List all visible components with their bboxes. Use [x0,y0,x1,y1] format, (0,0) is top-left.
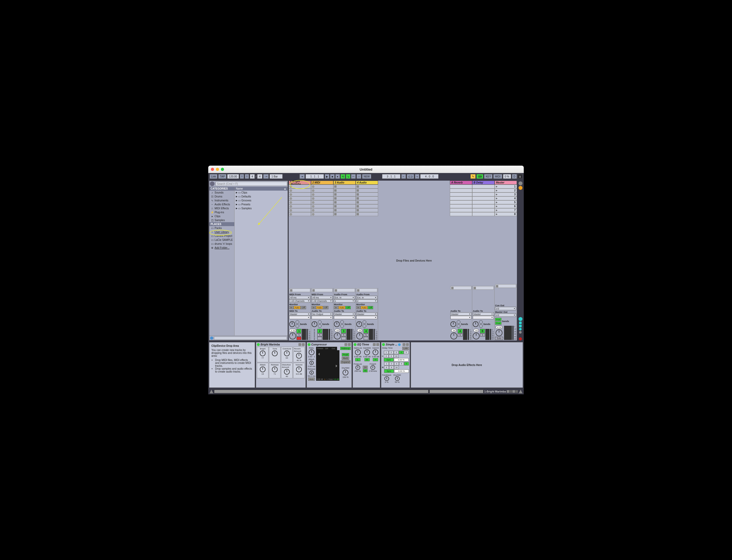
io-to-channel-select[interactable] [356,316,377,319]
send-a-knob[interactable] [318,320,322,324]
nudge-up-button[interactable]: ⦀ [245,174,249,179]
scene-launch-button[interactable]: ▶1 [495,185,517,189]
attack-knob[interactable] [309,361,314,365]
stop-button[interactable]: ■ [330,174,335,179]
metronome-button[interactable]: ○• [263,174,269,179]
io-from-select[interactable]: Ext. In [356,296,377,299]
status-icon-3[interactable] [512,390,515,393]
timesig-num[interactable]: 4 [250,174,255,179]
follow-button[interactable]: ↠ [299,174,305,179]
status-icon-2[interactable] [510,390,512,393]
play-button[interactable]: ▶ [325,174,329,179]
io-channel-select[interactable]: 1 [334,299,355,303]
returns-section-button[interactable] [519,325,522,327]
midi-map-button[interactable]: MIDI [493,174,502,179]
punch-out-button[interactable]: ¬ [415,174,420,179]
quantize-menu[interactable]: 1 Bar [270,174,283,179]
clip-slot[interactable] [289,204,311,208]
master-header[interactable]: Master [495,181,517,185]
monitor-off-button[interactable]: Off [368,306,373,309]
category-item[interactable]: ☷Drums [209,195,234,198]
delay-beat-button[interactable]: 6 [384,366,389,369]
delay-beat-button[interactable]: 8 [389,366,394,369]
clip-stop-row[interactable] [289,288,310,292]
io-channel-select[interactable]: ! All Channels [312,299,333,303]
mid-kill-button[interactable]: M [364,358,370,361]
arrange-position[interactable]: 1 . 1 . 1 [306,174,324,179]
folder-row[interactable]: ▶▭Presets [235,202,288,206]
monitor-in-button[interactable]: In [356,306,360,309]
folder-row[interactable]: ▶▭Samples [235,206,288,210]
delay-beat-button[interactable]: 5 [404,362,409,365]
io-to-channel-select[interactable] [450,316,471,319]
overload-indicator[interactable]: D [512,174,517,179]
clip-slot[interactable] [333,192,356,196]
place-item[interactable]: ▭LaCie SAMPLE [209,238,234,242]
category-item[interactable]: ∿Instruments [209,198,234,202]
gain-mid-knob[interactable] [364,349,370,355]
place-item[interactable]: ▭drums 'n' loops [209,242,234,246]
pan-knob[interactable] [289,321,295,327]
delay-beat-button[interactable]: 3 [394,351,399,354]
clip-slot[interactable] [356,204,378,208]
clip-slot[interactable] [333,200,356,204]
category-item[interactable]: ⎍MIDI Effects [209,206,234,210]
track-activator-button[interactable]: 2 [317,329,322,333]
crossfade-section-button[interactable] [519,331,522,334]
send-a-knob[interactable] [363,320,366,324]
macro-knob[interactable] [284,350,290,356]
clip-slot[interactable] [333,204,356,208]
track-activator-button[interactable]: B [480,329,485,333]
macro-knob[interactable] [260,366,266,372]
monitor-in-button[interactable]: In [312,306,316,309]
place-item[interactable]: ▭Current Project [209,234,234,238]
save-preset-icon[interactable] [406,343,409,346]
drywet-knob[interactable] [395,376,400,381]
monitor-off-button[interactable]: Off [301,306,306,309]
delay-beat-button[interactable]: 16 [394,366,399,369]
status-icon-1[interactable] [507,390,509,393]
freq-low-knob[interactable] [355,365,360,370]
volume-fader[interactable] [302,329,306,340]
scene-launch-button[interactable]: ▶5 [495,200,517,204]
send-b-knob[interactable] [363,324,366,328]
clip-slot[interactable] [289,192,311,196]
volume-knob[interactable] [450,333,457,339]
delay-beat-button[interactable]: 2 [389,351,394,354]
monitor-auto-button[interactable]: Auto [294,306,301,309]
solo-button[interactable]: Solo [495,337,503,340]
gain-low-knob[interactable] [355,349,361,355]
volume-fader[interactable] [323,329,328,340]
link-button[interactable]: Link [210,174,217,179]
scene-launch-button[interactable]: ▶6 [495,204,517,208]
scene-launch-button[interactable]: ▶4 [495,196,517,200]
io-section-button[interactable] [519,317,522,321]
volume-knob[interactable] [496,329,502,336]
delay-beat-button[interactable]: 4 [399,362,404,365]
close-icon[interactable] [211,168,214,171]
delay-offset-field[interactable]: 0.00 % [394,358,409,362]
macro-knob[interactable] [284,369,290,375]
low-kill-button[interactable]: L [355,358,360,361]
io-to-channel-select[interactable] [312,316,333,319]
volume-knob[interactable] [473,333,480,339]
clip-slot[interactable] [333,189,356,192]
show-hide-browser-icon[interactable] [210,390,213,393]
volume-fader[interactable] [504,326,512,340]
scene-launch-button[interactable]: ▶7 [495,208,517,212]
monitor-in-button[interactable]: In [334,306,338,309]
save-preset-icon[interactable] [348,343,351,346]
feedback-knob[interactable] [384,376,389,381]
loop-length[interactable]: 4 . 0 . 0 [420,174,439,179]
clip-slot[interactable] [333,212,356,216]
reenable-automation-button[interactable]: ⤺ [351,174,356,179]
macro-knob[interactable] [260,350,266,356]
clip-slot[interactable] [289,196,311,200]
clip-slot[interactable] [311,185,333,189]
io-to-select[interactable]: Master [356,312,377,316]
makeup-button[interactable]: Makeup [340,347,351,350]
io-to-select[interactable]: Master [473,312,494,316]
punch-in-button[interactable]: ⌐ [401,174,406,179]
clip-slot[interactable] [333,208,356,212]
automation-arm-button[interactable]: ↘ [346,174,350,179]
